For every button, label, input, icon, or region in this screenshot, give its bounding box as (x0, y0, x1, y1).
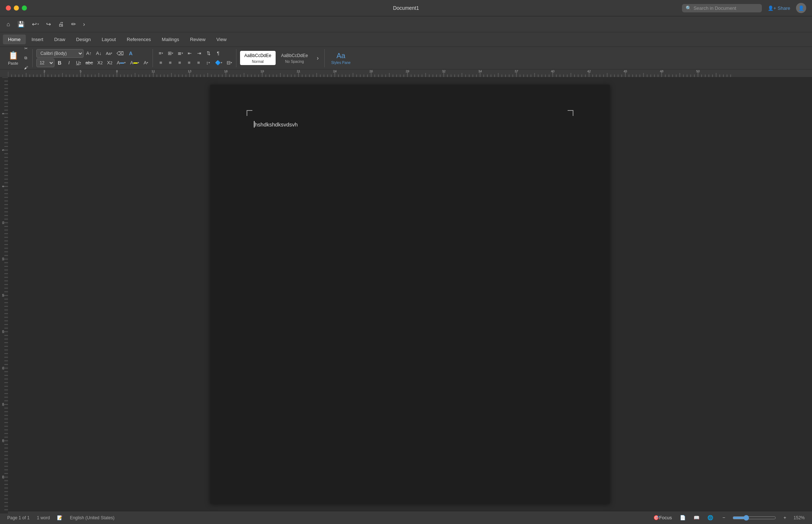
styles-pane-button[interactable]: Aa Styles Pane (328, 50, 353, 66)
read-view-button[interactable]: 📖 (692, 513, 701, 522)
shading-button[interactable]: 🔷▾ (213, 59, 224, 67)
paste-group: 📋 Paste ✂ ⧉ 🖌 (4, 49, 33, 67)
font-shrink-button[interactable]: A↓ (94, 49, 103, 58)
paste-label: Paste (8, 61, 18, 65)
styles-scroll-button[interactable]: › (313, 54, 322, 63)
tab-home[interactable]: Home (3, 35, 26, 44)
align-right-button[interactable]: ≡ (175, 59, 184, 67)
zoom-slider[interactable] (732, 515, 776, 521)
tab-draw[interactable]: Draw (49, 35, 70, 44)
highlight-color-button[interactable]: A ▾ (128, 59, 141, 67)
document-text: hshdkshdksvdsvh (255, 121, 298, 128)
text-effects-button[interactable]: A (126, 49, 135, 58)
document-area[interactable]: hshdkshdksvdsvh (8, 77, 812, 511)
tab-layout[interactable]: Layout (97, 35, 121, 44)
minimize-button[interactable] (14, 5, 19, 11)
save-toolbar-button[interactable]: 💾 (15, 19, 27, 29)
line-spacing-button[interactable]: ↕▾ (204, 59, 212, 67)
subscript-button[interactable]: X2 (96, 59, 105, 67)
undo-toolbar-button[interactable]: ↩ ▾ (30, 19, 41, 29)
italic-button[interactable]: I (65, 59, 73, 67)
font-color-arrow: ▾ (124, 61, 126, 64)
paste-button[interactable]: 📋 Paste (6, 49, 20, 67)
search-box[interactable]: 🔍 Search in Document (682, 4, 762, 12)
user-icon: 👤 (798, 5, 804, 11)
shading-arrow: ▾ (147, 61, 148, 64)
tab-design[interactable]: Design (71, 35, 96, 44)
style-normal[interactable]: AaBbCcDdEe Normal (240, 51, 276, 65)
maximize-button[interactable] (22, 5, 27, 11)
decrease-indent-button[interactable]: ⇤ (186, 49, 194, 58)
superscript-button[interactable]: X2 (105, 59, 114, 67)
more-toolbar-button[interactable]: › (81, 20, 87, 29)
distributed-button[interactable]: ≡ (194, 59, 203, 67)
share-button[interactable]: 👤+ Share (768, 5, 790, 11)
title-bar: Document1 🔍 Search in Document 👤+ Share … (0, 0, 812, 16)
zoom-level: 152% (793, 515, 805, 520)
paragraph-group: ≡▾ ⊞▾ ≣▾ ⇤ ⇥ ⇅ ¶ ≡ ≡ ≡ ≡ ≡ ↕▾ 🔷▾ ⊟▾ (154, 49, 236, 67)
user-avatar-button[interactable]: 👤 (796, 3, 806, 13)
bullets-button[interactable]: ≡▾ (157, 49, 165, 58)
redo-toolbar-button[interactable]: ↪ (44, 19, 53, 29)
justify-button[interactable]: ≡ (185, 59, 194, 67)
corner-mark-top-right (568, 110, 573, 116)
styles-pane-icon: Aa (336, 52, 345, 60)
font-grow-button[interactable]: A↑ (84, 49, 93, 58)
copy-button[interactable]: ⧉ (21, 54, 30, 63)
change-case-button[interactable]: Aa▾ (104, 49, 114, 58)
underline-button[interactable]: U▾ (74, 59, 83, 67)
tab-insert[interactable]: Insert (27, 35, 49, 44)
highlight-a: A (130, 60, 133, 65)
clear-formatting-button[interactable]: ⌫ (115, 49, 126, 58)
print-layout-button[interactable]: 📄 (678, 513, 687, 522)
font-color-swatch (120, 63, 124, 64)
sort-button[interactable]: ⇅ (204, 49, 213, 58)
strikethrough-button[interactable]: abc (84, 59, 95, 67)
tab-review[interactable]: Review (185, 35, 211, 44)
font-size-selector[interactable]: 12 (36, 59, 54, 67)
style-no-spacing[interactable]: AaBbCcDdEe No Spacing (277, 51, 312, 65)
home-toolbar-button[interactable]: ⌂ (4, 20, 12, 29)
shading-a: A (144, 60, 147, 65)
search-icon: 🔍 (686, 5, 691, 11)
font-group: Calibri (Body) A↑ A↓ Aa▾ ⌫ A 12 B I U▾ a… (34, 49, 153, 67)
increase-indent-button[interactable]: ⇥ (195, 49, 204, 58)
align-left-button[interactable]: ≡ (157, 59, 165, 67)
window-controls (6, 5, 27, 11)
focus-button[interactable]: 🎯 Focus (651, 513, 674, 522)
zoom-out-button[interactable]: − (719, 513, 728, 522)
text-shading-button[interactable]: A ▾ (142, 59, 150, 67)
zoom-in-button[interactable]: + (780, 513, 789, 522)
search-placeholder: Search in Document (694, 5, 736, 11)
numbering-button[interactable]: ⊞▾ (166, 49, 175, 58)
font-row-2: 12 B I U▾ abc X2 X2 A ▾ A ▾ (36, 59, 150, 67)
tab-mailings[interactable]: Mailings (157, 35, 184, 44)
close-button[interactable] (6, 5, 11, 11)
ruler-content (8, 69, 812, 77)
document-content[interactable]: hshdkshdksvdsvh (254, 121, 566, 475)
show-formatting-button[interactable]: ¶ (214, 49, 223, 58)
title-right-area: 🔍 Search in Document 👤+ Share 👤 (682, 3, 806, 13)
vertical-ruler (0, 77, 8, 511)
format-paste-button[interactable]: ✂ (21, 44, 30, 53)
share-label: Share (778, 5, 790, 11)
style-normal-preview: AaBbCcDdEe (243, 52, 273, 59)
tab-view[interactable]: View (211, 35, 232, 44)
proofing-icon: 📝 (57, 515, 62, 520)
bold-button[interactable]: B (55, 59, 64, 67)
font-color-button[interactable]: A ▾ (115, 59, 128, 67)
status-left: Page 1 of 1 1 word 📝 English (United Sta… (7, 515, 114, 520)
align-center-button[interactable]: ≡ (166, 59, 175, 67)
font-family-selector[interactable]: Calibri (Body) (36, 49, 84, 58)
status-right: 🎯 Focus 📄 📖 🌐 − + 152% (651, 513, 805, 522)
corner-mark-top-left (247, 110, 252, 116)
style-no-spacing-preview: AaBbCcDdEe (280, 52, 309, 59)
print-toolbar-button[interactable]: 🖨 (56, 20, 66, 29)
border-button[interactable]: ⊟▾ (225, 59, 234, 67)
customize-toolbar-button[interactable]: ✏ (69, 19, 78, 29)
styles-group: AaBbCcDdEe Normal AaBbCcDdEe No Spacing … (238, 49, 325, 67)
ribbon: 📋 Paste ✂ ⧉ 🖌 Calibri (Body) A↑ A↓ Aa▾ ⌫… (0, 47, 812, 69)
multilevel-list-button[interactable]: ≣▾ (176, 49, 185, 58)
web-layout-button[interactable]: 🌐 (706, 513, 715, 522)
tab-references[interactable]: References (122, 35, 156, 44)
